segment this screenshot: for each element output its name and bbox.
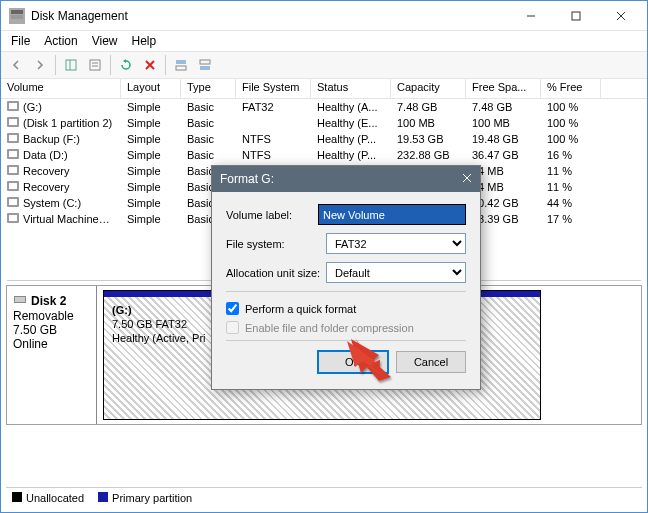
allocation-size-select[interactable]: Default <box>326 262 466 283</box>
cell: 100 MB <box>466 117 541 129</box>
quick-format-label: Perform a quick format <box>245 303 356 315</box>
cell: 7.48 GB <box>466 101 541 113</box>
dialog-titlebar: Format G: <box>212 166 480 192</box>
partition-size: 7.50 GB FAT32 <box>112 318 187 330</box>
col-type[interactable]: Type <box>181 79 236 98</box>
cell: Simple <box>121 197 181 209</box>
table-row[interactable]: (Disk 1 partition 2)SimpleBasicHealthy (… <box>1 115 647 131</box>
legend-unallocated: Unallocated <box>26 492 84 504</box>
col-volume[interactable]: Volume <box>1 79 121 98</box>
dialog-title: Format G: <box>220 172 274 186</box>
cell: Data (D:) <box>1 149 121 161</box>
col-status[interactable]: Status <box>311 79 391 98</box>
minimize-button[interactable] <box>508 2 553 30</box>
volume-icon <box>7 165 19 175</box>
disk-size: 7.50 GB <box>13 323 90 337</box>
cell: 11 % <box>541 181 601 193</box>
cell: 19.48 GB <box>466 133 541 145</box>
disk-name: Disk 2 <box>31 294 66 308</box>
forward-button[interactable] <box>29 54 51 76</box>
cell: 100 % <box>541 101 601 113</box>
table-row[interactable]: Backup (F:)SimpleBasicNTFSHealthy (P...1… <box>1 131 647 147</box>
view-top-button[interactable] <box>170 54 192 76</box>
volume-icon <box>7 101 19 111</box>
svg-rect-0 <box>11 10 23 14</box>
volume-label-input[interactable] <box>318 204 466 225</box>
maximize-button[interactable] <box>553 2 598 30</box>
cell: Simple <box>121 213 181 225</box>
table-row[interactable]: (G:)SimpleBasicFAT32Healthy (A...7.48 GB… <box>1 99 647 115</box>
volume-icon <box>7 213 19 223</box>
volume-label-label: Volume label: <box>226 209 318 221</box>
col-layout[interactable]: Layout <box>121 79 181 98</box>
disk-state: Online <box>13 337 90 351</box>
back-button[interactable] <box>5 54 27 76</box>
disk-management-window: Disk Management File Action View Help Vo… <box>0 0 648 513</box>
cell: Basic <box>181 133 236 145</box>
disk-icon <box>13 292 27 309</box>
refresh-button[interactable] <box>115 54 137 76</box>
ok-button[interactable]: OK <box>318 351 388 373</box>
menu-file[interactable]: File <box>5 32 36 50</box>
cell: Recovery <box>1 165 121 177</box>
volume-icon <box>7 197 19 207</box>
menubar: File Action View Help <box>1 31 647 51</box>
table-row[interactable]: Data (D:)SimpleBasicNTFSHealthy (P...232… <box>1 147 647 163</box>
svg-rect-3 <box>572 12 580 20</box>
col-pctfree[interactable]: % Free <box>541 79 601 98</box>
cell: 19.53 GB <box>391 133 466 145</box>
cell: 44 % <box>541 197 601 209</box>
menu-action[interactable]: Action <box>38 32 83 50</box>
compression-label: Enable file and folder compression <box>245 322 414 334</box>
view-bottom-button[interactable] <box>194 54 216 76</box>
cell: FAT32 <box>236 101 311 113</box>
legend: Unallocated Primary partition <box>6 487 642 507</box>
volume-icon <box>7 149 19 159</box>
window-title: Disk Management <box>31 9 508 23</box>
close-button[interactable] <box>598 2 643 30</box>
volume-icon <box>7 181 19 191</box>
cell: Simple <box>121 165 181 177</box>
dialog-close-icon[interactable] <box>462 172 472 186</box>
column-headers: Volume Layout Type File System Status Ca… <box>1 79 647 99</box>
cell: Healthy (E... <box>311 117 391 129</box>
partition-label: (G:) <box>112 304 132 316</box>
show-hide-button[interactable] <box>60 54 82 76</box>
cell: 100 % <box>541 117 601 129</box>
svg-rect-15 <box>200 60 210 64</box>
file-system-select[interactable]: FAT32 <box>326 233 466 254</box>
properties-button[interactable] <box>84 54 106 76</box>
cell: (Disk 1 partition 2) <box>1 117 121 129</box>
swatch-unallocated <box>12 492 22 502</box>
cell: Simple <box>121 117 181 129</box>
cell: Basic <box>181 149 236 161</box>
svg-rect-16 <box>200 66 210 70</box>
svg-rect-1 <box>11 15 23 19</box>
format-dialog: Format G: Volume label: File system: FAT… <box>211 165 481 390</box>
col-capacity[interactable]: Capacity <box>391 79 466 98</box>
delete-button[interactable] <box>139 54 161 76</box>
cell: 100 MB <box>391 117 466 129</box>
menu-view[interactable]: View <box>86 32 124 50</box>
cell: 232.88 GB <box>391 149 466 161</box>
cell: Simple <box>121 149 181 161</box>
cell: Basic <box>181 101 236 113</box>
col-freespace[interactable]: Free Spa... <box>466 79 541 98</box>
volume-icon <box>7 117 19 127</box>
file-system-label: File system: <box>226 238 326 250</box>
cell: Recovery <box>1 181 121 193</box>
col-filesystem[interactable]: File System <box>236 79 311 98</box>
app-icon <box>9 8 25 24</box>
svg-rect-13 <box>176 60 186 64</box>
quick-format-checkbox[interactable] <box>226 302 239 315</box>
cell: Simple <box>121 101 181 113</box>
swatch-primary <box>98 492 108 502</box>
cell: Simple <box>121 181 181 193</box>
volume-icon <box>7 133 19 143</box>
cell: System (C:) <box>1 197 121 209</box>
disk-kind: Removable <box>13 309 90 323</box>
cell: 7.48 GB <box>391 101 466 113</box>
cancel-button[interactable]: Cancel <box>396 351 466 373</box>
menu-help[interactable]: Help <box>126 32 163 50</box>
cell: 100 % <box>541 133 601 145</box>
